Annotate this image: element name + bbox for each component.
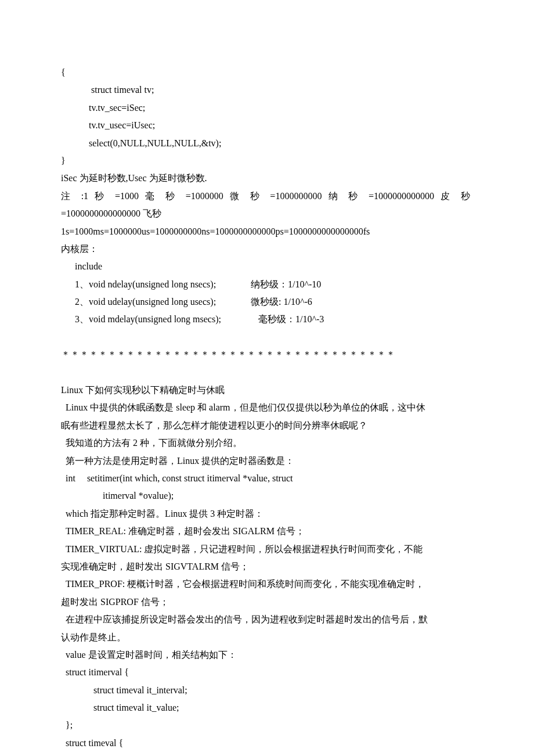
text-line: 第一种方法是使用定时器，Linux 提供的定时器函数是： <box>61 452 470 470</box>
document-page: { struct timeval tv; tv.tv_sec=iSec; tv.… <box>0 0 534 756</box>
text-line: 1、void ndelay(unsigned long nsecs); 纳秒级：… <box>61 276 470 293</box>
text-line: { <box>61 64 470 81</box>
text-line: TIMER_VIRTUAL: 虚拟定时器，只记进程时间，所以会根据进程执行时间而… <box>61 541 470 558</box>
text-line: 1s=1000ms=1000000us=1000000000ns=1000000… <box>61 223 470 240</box>
text-line: }; <box>61 717 470 734</box>
text-line: 我知道的方法有 2 种，下面就做分别介绍。 <box>61 434 470 452</box>
text-line: itimerval *ovalue); <box>61 487 470 505</box>
text-line: struct timeval it_interval; <box>61 682 470 699</box>
text-line: 认动作是终止。 <box>61 629 470 646</box>
text-line: 内核层： <box>61 240 470 258</box>
text-line: TIMER_PROF: 梗概计时器，它会根据进程时间和系统时间而变化，不能实现准… <box>61 575 470 593</box>
text-line: tv.tv_usec=iUsec; <box>61 117 470 134</box>
text-line: struct timeval tv; <box>61 81 470 99</box>
text-line: 超时发出 SIGPROF 信号； <box>61 593 470 611</box>
text-line: long tv_sec; <box>61 752 470 756</box>
text-line: 实现准确定时，超时发出 SIGVTALRM 信号； <box>61 558 470 575</box>
text-line: int setitimer(int which, const struct it… <box>61 470 470 487</box>
document-body: { struct timeval tv; tv.tv_sec=iSec; tv.… <box>61 64 470 756</box>
text-line: Linux 下如何实现秒以下精确定时与休眠 <box>61 381 470 399</box>
text-line: 眠有些进程显然太长了，那么怎样才能使进程以更小的时间分辨率休眠呢？ <box>61 417 470 434</box>
text-line: struct itimerval { <box>61 664 470 681</box>
text-line: 2、void udelay(unsigned long usecs); 微秒级:… <box>61 293 470 311</box>
text-line: struct timeval it_value; <box>61 699 470 717</box>
text-line: which 指定那种定时器。Linux 提供 3 种定时器： <box>61 505 470 523</box>
text-line <box>61 329 470 346</box>
text-line <box>61 364 470 381</box>
text-line: 注 :1 秒 =1000 毫 秒 =1000000 微 秒 =100000000… <box>61 188 470 205</box>
text-line: ＊＊＊＊＊＊＊＊＊＊＊＊＊＊＊＊＊＊＊＊＊＊＊＊＊＊＊＊＊＊＊＊＊＊＊＊ <box>61 346 470 363</box>
text-line: =1000000000000000 飞秒 <box>61 205 470 222</box>
text-line: Linux 中提供的休眠函数是 sleep 和 alarm，但是他们仅仅提供以秒… <box>61 399 470 416</box>
text-line: 在进程中应该捕捉所设定时器会发出的信号，因为进程收到定时器超时发出的信号后，默 <box>61 611 470 628</box>
text-line: TIMER_REAL: 准确定时器，超时会发出 SIGALRM 信号； <box>61 523 470 540</box>
text-line: struct timeval { <box>61 735 470 752</box>
text-line: iSec 为延时秒数,Usec 为延时微秒数. <box>61 170 470 187</box>
text-line: tv.tv_sec=iSec; <box>61 99 470 117</box>
text-line: value 是设置定时器时间，相关结构如下： <box>61 646 470 664</box>
text-line: 3、void mdelay(unsigned long msecs); 毫秒级：… <box>61 311 470 328</box>
text-line: select(0,NULL,NULL,NULL,&tv); <box>61 135 470 152</box>
text-line: } <box>61 152 470 170</box>
text-line: include <box>61 258 470 275</box>
